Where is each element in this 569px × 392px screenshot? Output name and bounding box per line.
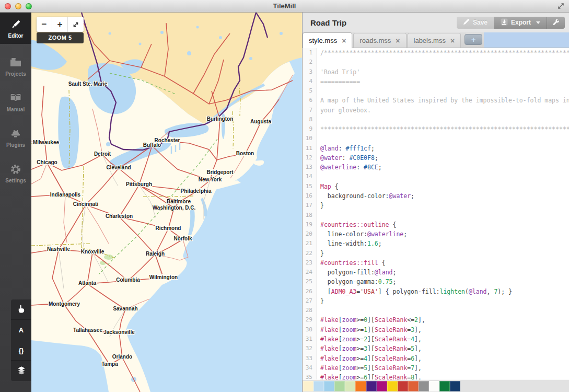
line-number: 31 [303,335,317,344]
palette-swatch[interactable] [366,381,377,391]
project-title: Road Trip [310,18,346,27]
map-city-label: Rochester [155,137,180,143]
map-city-label: Wilmington [149,274,178,280]
palette-swatch[interactable] [387,381,398,391]
line-number: 35 [303,373,317,379]
tab-bar: style.mss×roads.mss×labels.mss× + [303,32,569,48]
palette-swatch[interactable] [439,381,450,391]
code-line: 5 [303,86,569,96]
fonts-tool-button[interactable]: A [11,320,31,340]
chevron-down-icon [536,21,540,24]
line-number: 30 [303,325,317,335]
line-number: 20 [303,229,317,239]
palette-swatch[interactable] [408,381,419,391]
zoom-out-button[interactable]: − [37,17,52,32]
code-line: 8 [303,115,569,124]
layers-tool-button[interactable] [11,361,31,381]
code-line: 4=========== [303,77,569,86]
download-icon [501,18,508,27]
map-city-label: Indianapolis [50,192,81,198]
palette-swatch[interactable] [355,381,366,391]
add-stylesheet-button[interactable]: + [465,34,482,45]
tab-labels.mss[interactable]: labels.mss× [408,33,461,48]
save-button[interactable]: Save [457,17,494,29]
panel-actions: Save Export [457,17,565,29]
map-city-label: Montgomery [49,301,80,307]
line-number: 13 [303,163,317,172]
layers-icon [17,366,26,376]
line-number: 15 [303,182,317,191]
map-canvas[interactable]: Sault Ste. MarieMilwaukeeChicagoDetroitC… [31,13,302,392]
zoom-in-button[interactable]: + [52,17,68,32]
line-number: 17 [303,201,317,210]
code-line: 25 polygon-gamma:0.75; [303,277,569,286]
line-number: 25 [303,277,317,286]
editor-icon [0,19,31,31]
code-line: 21 line-width:1.6; [303,239,569,248]
map-city-label: Baltimore [167,199,191,204]
map-city-label: Burlington [207,116,234,122]
line-number: 12 [303,153,317,163]
code-line: 13@waterline: #8CE; [303,163,569,172]
close-tab-icon[interactable]: × [342,37,346,44]
zoom-fullscreen-button[interactable] [68,17,84,32]
code-line: 7your glovebox. [303,106,569,115]
palette-swatch[interactable] [377,381,387,391]
map-city-label: Chicago [37,159,57,165]
tab-roads.mss[interactable]: roads.mss× [353,33,406,48]
code-line: 27} [303,296,569,306]
code-line: 20 line-color:@waterline; [303,229,569,239]
palette-swatch[interactable] [303,381,313,391]
map-city-label: Jacksonville [103,329,135,335]
line-number: 6 [303,96,317,105]
sidebar-item-manual[interactable]: Manual [0,88,31,117]
sidebar-item-editor[interactable]: Editor [0,13,31,44]
sidebar-item-plugins[interactable]: Plugins [0,123,31,152]
map-city-label: Boston [236,151,254,156]
map-city-label: Atlanta [78,280,96,286]
map-city-label: Cleveland [106,165,131,170]
settings-icon [0,164,31,176]
code-line: 1/**************************************… [303,48,569,57]
line-number: 10 [303,134,317,143]
plugins-icon [0,128,31,141]
palette-swatch[interactable] [334,381,345,391]
palette-swatch[interactable] [398,381,408,391]
palette-swatch[interactable] [313,381,324,391]
code-line: 17} [303,201,569,210]
tab-style.mss[interactable]: style.mss× [303,32,352,48]
palette-swatch[interactable] [450,381,460,391]
map-city-label: Milwaukee [33,140,59,145]
tab-list: style.mss×roads.mss×labels.mss× [303,32,462,48]
palette-swatch[interactable] [429,381,439,391]
wrench-icon [552,18,560,27]
line-number: 5 [303,86,317,96]
line-number: 4 [303,77,317,86]
titlebar: TileMill [0,0,569,13]
sidebar-item-projects[interactable]: Projects [0,52,31,81]
line-number: 19 [303,220,317,229]
palette-swatch[interactable] [345,381,355,391]
palette-swatch[interactable] [324,381,334,391]
code-line: 6A map of the United States inspired by … [303,96,569,105]
code-editor[interactable]: 1/**************************************… [303,48,569,379]
palette-swatch[interactable] [419,381,429,391]
code-line: 2 [303,57,569,67]
map-city-label: Augusta [250,119,271,124]
code-line: 10 [303,134,569,143]
settings-wrench-button[interactable] [547,17,565,29]
hand-tool-button[interactable] [11,299,31,320]
close-tab-icon[interactable]: × [450,37,455,44]
map-city-label: Savannah [113,306,137,312]
line-number: 33 [303,354,317,363]
sidebar-item-label: Editor [8,33,24,39]
map-city-label: Raleigh [146,251,165,257]
close-tab-icon[interactable]: × [396,37,400,44]
sidebar: EditorProjectsManualPluginsSettings A{} [0,13,31,392]
sidebar-item-settings[interactable]: Settings [0,159,31,188]
fullscreen-icon[interactable] [557,2,565,12]
export-button[interactable]: Export [494,17,547,29]
tab-label: style.mss [309,37,337,44]
carto-tool-button[interactable]: {} [11,340,31,361]
line-number: 3 [303,67,317,77]
